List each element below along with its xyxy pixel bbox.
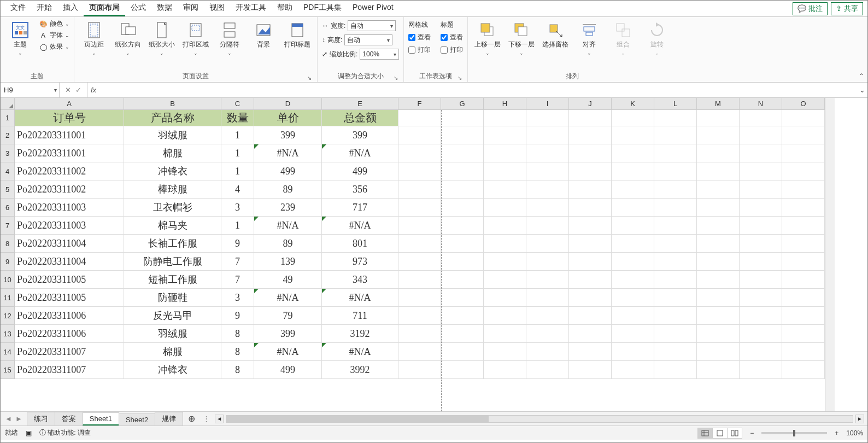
align-button[interactable]: 对齐⌄ — [574, 19, 605, 56]
cell-G14[interactable] — [441, 343, 484, 361]
sheet-nav-prev[interactable]: ◄ — [5, 415, 12, 423]
cell-M9[interactable] — [697, 253, 740, 271]
colors-button[interactable]: 🎨颜色⌄ — [39, 19, 69, 28]
cell-F9[interactable] — [398, 253, 441, 271]
normal-view-button[interactable] — [697, 428, 713, 439]
cell-E14[interactable]: #N/A — [322, 343, 398, 361]
cell-A7[interactable]: Po202203311003 — [15, 217, 124, 235]
cell-L9[interactable] — [654, 253, 697, 271]
column-header-F[interactable]: F — [398, 98, 441, 110]
cell-F10[interactable] — [398, 271, 441, 289]
cell-K1[interactable] — [612, 110, 654, 126]
cell-H4[interactable] — [484, 162, 526, 180]
cell-M13[interactable] — [697, 325, 740, 343]
cell-I14[interactable] — [526, 343, 569, 361]
cell-I11[interactable] — [526, 289, 569, 307]
cell-B9[interactable]: 防静电工作服 — [124, 253, 221, 271]
cell-K12[interactable] — [612, 307, 654, 325]
cell-O1[interactable] — [782, 110, 825, 126]
cell-O4[interactable] — [782, 162, 825, 180]
cell-J10[interactable] — [569, 271, 612, 289]
cell-D1[interactable]: 单价 — [254, 110, 322, 126]
cell-M8[interactable] — [697, 235, 740, 253]
cell-K13[interactable] — [612, 325, 654, 343]
row-header-10[interactable]: 10 — [1, 271, 15, 289]
cell-N3[interactable] — [740, 144, 782, 162]
cell-B5[interactable]: 棒球服 — [124, 180, 221, 199]
cell-B10[interactable]: 短袖工作服 — [124, 271, 221, 289]
row-header-7[interactable]: 7 — [1, 217, 15, 235]
cell-G2[interactable] — [441, 126, 484, 144]
ribbon-collapse-button[interactable]: ⌃ — [859, 72, 864, 80]
cell-E15[interactable]: 3992 — [322, 361, 398, 379]
column-header-I[interactable]: I — [526, 98, 569, 110]
cell-L10[interactable] — [654, 271, 697, 289]
cell-G15[interactable] — [441, 361, 484, 379]
cell-N8[interactable] — [740, 235, 782, 253]
cell-G7[interactable] — [441, 217, 484, 235]
cell-B11[interactable]: 防砸鞋 — [124, 289, 221, 307]
cell-L2[interactable] — [654, 126, 697, 144]
cell-I10[interactable] — [526, 271, 569, 289]
cell-F6[interactable] — [398, 199, 441, 217]
cell-M11[interactable] — [697, 289, 740, 307]
row-header-8[interactable]: 8 — [1, 235, 15, 253]
cell-K10[interactable] — [612, 271, 654, 289]
dialog-launcher-icon[interactable]: ↘ — [307, 75, 312, 81]
cell-L4[interactable] — [654, 162, 697, 180]
column-header-C[interactable]: C — [221, 98, 254, 110]
cell-J6[interactable] — [569, 199, 612, 217]
cell-G5[interactable] — [441, 180, 484, 199]
menu-tab-Power Pivot[interactable]: Power Pivot — [347, 1, 399, 16]
cell-E3[interactable]: #N/A — [322, 144, 398, 162]
column-header-O[interactable]: O — [782, 98, 825, 110]
row-header-14[interactable]: 14 — [1, 343, 15, 361]
cell-I6[interactable] — [526, 199, 569, 217]
row-header-12[interactable]: 12 — [1, 307, 15, 325]
cell-D4[interactable]: 499 — [254, 162, 322, 180]
formula-input[interactable] — [99, 83, 857, 97]
page-break-view-button[interactable] — [727, 428, 742, 439]
page-layout-view-button[interactable] — [712, 428, 728, 439]
row-header-6[interactable]: 6 — [1, 199, 15, 217]
cell-C4[interactable]: 1 — [221, 162, 254, 180]
cell-F13[interactable] — [398, 325, 441, 343]
height-select[interactable]: 自动 — [344, 34, 392, 45]
cell-I3[interactable] — [526, 144, 569, 162]
cell-D5[interactable]: 89 — [254, 180, 322, 199]
cell-A5[interactable]: Po202203311002 — [15, 180, 124, 199]
cell-L3[interactable] — [654, 144, 697, 162]
cell-I13[interactable] — [526, 325, 569, 343]
cell-N10[interactable] — [740, 271, 782, 289]
cell-N5[interactable] — [740, 180, 782, 199]
cell-C1[interactable]: 数量 — [221, 110, 254, 126]
cell-H6[interactable] — [484, 199, 526, 217]
cell-F14[interactable] — [398, 343, 441, 361]
cell-I2[interactable] — [526, 126, 569, 144]
menu-tab-审阅[interactable]: 审阅 — [178, 1, 204, 16]
cell-M5[interactable] — [697, 180, 740, 199]
menu-tab-页面布局[interactable]: 页面布局 — [84, 1, 125, 16]
sheet-tab-Sheet2[interactable]: Sheet2 — [119, 413, 155, 425]
cell-G4[interactable] — [441, 162, 484, 180]
cell-K11[interactable] — [612, 289, 654, 307]
fonts-button[interactable]: A字体⌄ — [39, 31, 69, 40]
column-header-L[interactable]: L — [654, 98, 697, 110]
cell-J9[interactable] — [569, 253, 612, 271]
cell-F8[interactable] — [398, 235, 441, 253]
cell-N2[interactable] — [740, 126, 782, 144]
cell-L8[interactable] — [654, 235, 697, 253]
cell-M4[interactable] — [697, 162, 740, 180]
cell-B8[interactable]: 长袖工作服 — [124, 235, 221, 253]
cell-O2[interactable] — [782, 126, 825, 144]
cell-A15[interactable]: Po202203311007 — [15, 361, 124, 379]
cell-H5[interactable] — [484, 180, 526, 199]
name-box[interactable]: H9 ▾ — [1, 83, 60, 97]
zoom-level[interactable]: 100% — [846, 429, 863, 437]
cell-E13[interactable]: 3192 — [322, 325, 398, 343]
cell-O10[interactable] — [782, 271, 825, 289]
cell-J4[interactable] — [569, 162, 612, 180]
cell-O15[interactable] — [782, 361, 825, 379]
horizontal-scrollbar[interactable]: ◄ ► — [212, 415, 867, 423]
add-sheet-button[interactable]: ⊕ — [183, 413, 201, 424]
